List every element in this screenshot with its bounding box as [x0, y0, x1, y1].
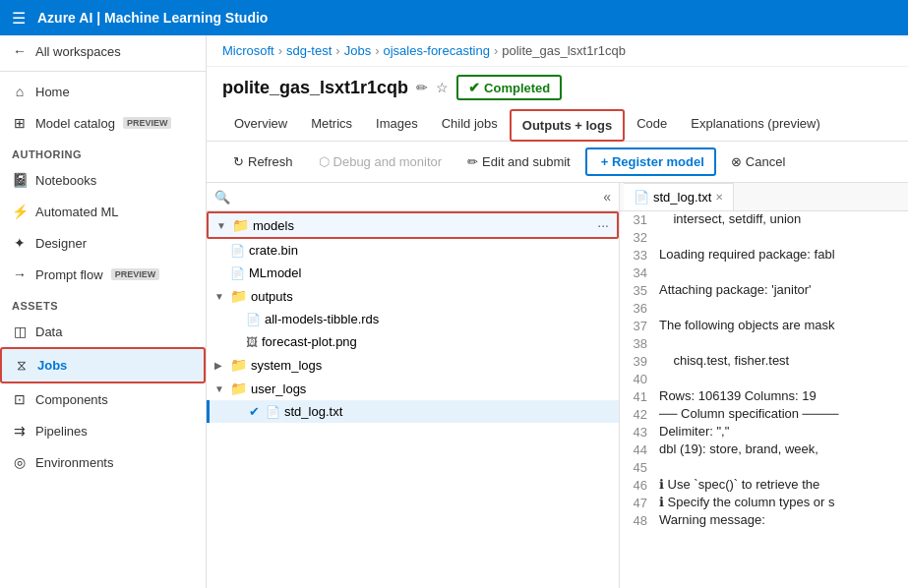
all-models-label: all-models-tibble.rds	[265, 312, 611, 326]
sidebar-item-notebooks[interactable]: 📓 Notebooks	[0, 164, 206, 196]
folder-outputs-icon: 📁	[230, 288, 247, 304]
page-title: polite_gas_lsxt1r1cqb	[222, 78, 408, 98]
line-content: intersect, setdiff, union	[655, 211, 908, 226]
star-icon[interactable]: ☆	[436, 80, 449, 95]
authoring-section: Authoring	[0, 139, 206, 164]
file-mlmodel-icon: 📄	[230, 266, 245, 280]
sidebar-item-designer[interactable]: ✦ Designer	[0, 227, 206, 259]
line-number: 45	[620, 459, 655, 475]
tab-child-jobs[interactable]: Child jobs	[430, 108, 510, 141]
check-icon: ✔	[468, 80, 480, 95]
cancel-icon: ⊗	[731, 154, 742, 169]
tree-item-forecast-plot[interactable]: 🖼 forecast-plot.png	[207, 330, 619, 353]
sidebar-pipelines-label: Pipelines	[35, 424, 88, 439]
components-icon: ⊡	[12, 391, 28, 407]
sidebar-item-environments[interactable]: ◎ Environments	[0, 446, 206, 478]
register-model-button[interactable]: + Register model	[585, 147, 716, 176]
code-tab-std-log[interactable]: 📄 std_log.txt ✕	[624, 183, 734, 210]
code-line: 40	[620, 371, 908, 388]
tree-item-user-logs[interactable]: ▼ 📁 user_logs	[207, 377, 619, 400]
sidebar-item-components[interactable]: ⊡ Components	[0, 383, 206, 415]
line-content: ℹ Specify the column types or s	[655, 495, 908, 509]
tree-item-models[interactable]: ▼ 📁 models ···	[207, 211, 619, 239]
breadcrumb-jobs[interactable]: Jobs	[344, 43, 371, 58]
line-number: 40	[620, 371, 655, 386]
breadcrumb-current: polite_gas_lsxt1r1cqb	[502, 43, 626, 58]
tabs-bar: Overview Metrics Images Child jobs Outpu…	[207, 108, 908, 142]
cancel-button[interactable]: ⊗ Cancel	[720, 148, 796, 175]
breadcrumb-sdg-test[interactable]: sdg-test	[286, 43, 332, 58]
search-input[interactable]	[234, 190, 599, 205]
sidebar-item-jobs[interactable]: ⧖ Jobs	[0, 347, 206, 383]
sidebar-item-model-catalog[interactable]: ⊞ Model catalog PREVIEW	[0, 107, 206, 139]
tree-item-std-log[interactable]: ✔ 📄 std_log.txt	[207, 400, 619, 423]
toolbar: ↻ Refresh ⬡ Debug and monitor ✏ Edit and…	[207, 142, 908, 183]
sidebar-notebooks-label: Notebooks	[35, 173, 96, 188]
code-line: 43Delimiter: ","	[620, 424, 908, 441]
line-number: 41	[620, 388, 655, 404]
status-badge: ✔ Completed	[456, 75, 562, 100]
forecast-plot-label: forecast-plot.png	[262, 334, 611, 349]
sidebar-item-prompt-flow[interactable]: → Prompt flow PREVIEW	[0, 259, 206, 290]
edit-submit-button[interactable]: ✏ Edit and submit	[456, 148, 581, 175]
code-line: 44dbl (19): store, brand, week,	[620, 441, 908, 459]
content-area: Microsoft › sdg-test › Jobs › ojsales-fo…	[207, 35, 908, 588]
code-line: 31 intersect, setdiff, union	[620, 211, 908, 229]
line-content: Delimiter: ","	[655, 424, 908, 439]
model-catalog-icon: ⊞	[12, 115, 28, 131]
line-number: 43	[620, 424, 655, 440]
tab-metrics[interactable]: Metrics	[299, 108, 364, 141]
line-content: ── Column specification ────	[655, 406, 908, 421]
file-crate-icon: 📄	[230, 244, 245, 258]
sidebar-components-label: Components	[35, 392, 108, 407]
tab-overview[interactable]: Overview	[222, 108, 299, 141]
sidebar-item-automated-ml[interactable]: ⚡ Automated ML	[0, 196, 206, 227]
code-line: 47ℹ Specify the column types or s	[620, 495, 908, 512]
page-title-bar: polite_gas_lsxt1r1cqb ✏ ☆ ✔ Completed	[207, 67, 908, 108]
assets-section: Assets	[0, 290, 206, 316]
breadcrumb-microsoft[interactable]: Microsoft	[222, 43, 274, 58]
tab-outputs-logs[interactable]: Outputs + logs	[510, 109, 625, 142]
sidebar: ← All workspaces ⌂ Home ⊞ Model catalog …	[0, 35, 207, 588]
cancel-label: Cancel	[746, 154, 785, 169]
sidebar-all-workspaces[interactable]: ← All workspaces	[0, 35, 206, 67]
main-layout: ← All workspaces ⌂ Home ⊞ Model catalog …	[0, 35, 908, 588]
system-logs-label: system_logs	[251, 358, 611, 373]
app-title: Azure AI | Machine Learning Studio	[37, 10, 268, 26]
code-line: 32	[620, 229, 908, 247]
tree-item-system-logs[interactable]: ▶ 📁 system_logs	[207, 353, 619, 377]
sidebar-data-label: Data	[35, 324, 62, 339]
hamburger-icon[interactable]: ☰	[12, 9, 26, 28]
tab-images[interactable]: Images	[364, 108, 430, 141]
prompt-flow-preview-badge: PREVIEW	[111, 268, 160, 280]
tab-code[interactable]: Code	[625, 108, 679, 141]
debug-monitor-button[interactable]: ⬡ Debug and monitor	[308, 148, 454, 175]
edit-submit-label: Edit and submit	[482, 154, 571, 169]
split-pane: 🔍 « ▼ 📁 models ··· 📄 crate.bin	[207, 183, 908, 588]
breadcrumb-ojsales[interactable]: ojsales-forecasting	[383, 43, 489, 58]
tab-explanations[interactable]: Explanations (preview)	[679, 108, 832, 141]
more-models-icon[interactable]: ···	[597, 217, 609, 233]
code-line: 46ℹ Use `spec()` to retrieve the	[620, 477, 908, 495]
collapse-icon[interactable]: «	[603, 189, 611, 205]
line-number: 47	[620, 495, 655, 510]
line-number: 39	[620, 353, 655, 369]
sidebar-item-pipelines[interactable]: ⇉ Pipelines	[0, 415, 206, 446]
status-label: Completed	[484, 81, 550, 95]
tree-item-mlmodel[interactable]: 📄 MLmodel	[207, 262, 619, 284]
tree-item-crate-bin[interactable]: 📄 crate.bin	[207, 239, 619, 262]
file-forecast-icon: 🖼	[246, 335, 258, 349]
sidebar-item-data[interactable]: ◫ Data	[0, 316, 206, 347]
line-content: The following objects are mask	[655, 318, 908, 332]
code-line: 34	[620, 265, 908, 282]
chevron-system-logs: ▶	[214, 360, 226, 371]
sidebar-item-home[interactable]: ⌂ Home	[0, 76, 206, 107]
edit-title-icon[interactable]: ✏	[416, 80, 428, 95]
tree-item-outputs[interactable]: ▼ 📁 outputs	[207, 284, 619, 308]
line-number: 38	[620, 335, 655, 351]
close-tab-icon[interactable]: ✕	[715, 192, 723, 203]
data-icon: ◫	[12, 323, 28, 339]
refresh-button[interactable]: ↻ Refresh	[222, 148, 304, 175]
line-number: 44	[620, 441, 655, 457]
tree-item-all-models[interactable]: 📄 all-models-tibble.rds	[207, 308, 619, 330]
